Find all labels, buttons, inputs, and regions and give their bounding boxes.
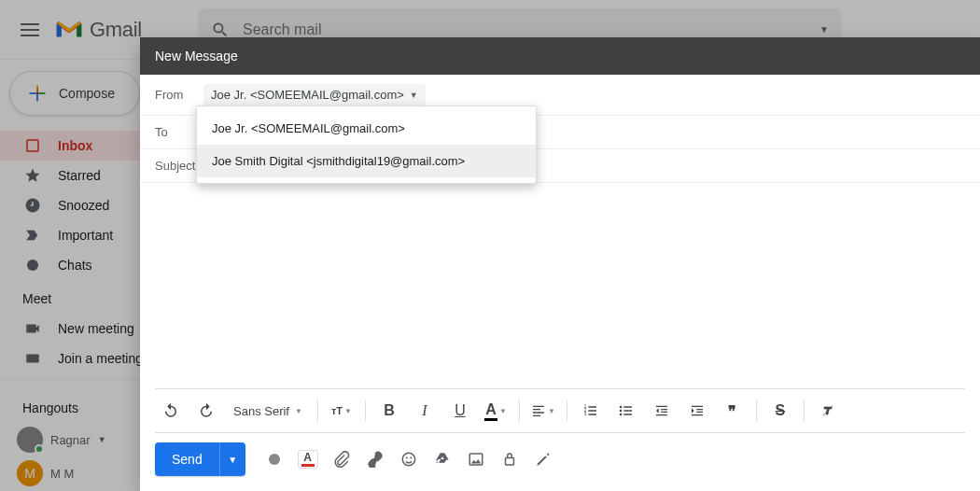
signature-button[interactable] bbox=[533, 449, 553, 470]
search-options-caret-icon[interactable]: ▼ bbox=[819, 24, 829, 35]
svg-point-10 bbox=[406, 457, 408, 459]
font-selector[interactable]: Sans Serif▼ bbox=[226, 397, 310, 425]
separator bbox=[804, 400, 805, 421]
image-icon bbox=[468, 451, 484, 468]
quote-icon: ❞ bbox=[728, 402, 736, 420]
text-color-icon: A bbox=[484, 401, 497, 421]
undo-button[interactable] bbox=[155, 397, 187, 425]
font-size-button[interactable]: тT▼ bbox=[326, 397, 357, 425]
compose-label: Compose bbox=[59, 86, 115, 101]
pen-icon bbox=[535, 451, 552, 468]
font-size-icon: тT bbox=[331, 405, 343, 416]
text-color-icon: A bbox=[298, 450, 318, 469]
svg-point-9 bbox=[402, 453, 415, 466]
compose-body[interactable] bbox=[140, 183, 980, 388]
svg-point-7 bbox=[620, 414, 623, 416]
send-options-button[interactable]: ▼ bbox=[219, 442, 245, 476]
from-value: Joe Jr. <SOMEEMAIL@gmail.com> bbox=[211, 88, 404, 102]
link-icon bbox=[367, 451, 384, 468]
align-icon bbox=[531, 403, 546, 418]
subject-label: Subject bbox=[155, 159, 196, 173]
clear-format-icon bbox=[820, 403, 835, 418]
separator bbox=[756, 400, 757, 421]
link-button[interactable] bbox=[365, 449, 385, 470]
separator bbox=[365, 400, 366, 421]
sidebar-item-label: Snoozed bbox=[58, 198, 109, 213]
presence-dot bbox=[35, 444, 44, 454]
separator bbox=[519, 400, 520, 421]
strikethrough-icon: S bbox=[776, 402, 786, 419]
redo-button[interactable] bbox=[190, 397, 222, 425]
sidebar-item-label: New meeting bbox=[58, 321, 134, 336]
numbered-list-button[interactable]: 123 bbox=[575, 397, 607, 425]
text-color-button[interactable]: A▼ bbox=[480, 397, 511, 425]
bullet-list-icon bbox=[619, 403, 634, 418]
from-label: From bbox=[155, 88, 196, 102]
formatting-button[interactable] bbox=[264, 449, 285, 470]
from-option[interactable]: Joe Smith Digital <jsmithdigital19@gmail… bbox=[197, 145, 536, 177]
hangouts-contact-name: M M bbox=[50, 467, 74, 481]
drive-icon bbox=[434, 451, 451, 468]
underline-button[interactable]: U bbox=[444, 397, 476, 425]
strikethrough-button[interactable]: S bbox=[764, 397, 796, 425]
important-icon bbox=[24, 227, 41, 244]
avatar: M bbox=[17, 460, 43, 486]
sidebar-item-label: Join a meeting bbox=[58, 351, 143, 366]
chat-icon bbox=[24, 257, 41, 274]
sidebar-item-label: Starred bbox=[58, 168, 101, 183]
emoji-button[interactable] bbox=[399, 449, 419, 470]
main-menu-icon[interactable] bbox=[7, 7, 52, 52]
keyboard-icon bbox=[24, 350, 41, 367]
search-icon bbox=[211, 21, 230, 39]
compose-title: New Message bbox=[140, 37, 980, 75]
confidential-button[interactable] bbox=[499, 449, 520, 470]
underline-icon: U bbox=[455, 402, 466, 419]
chevron-down-icon: ▼ bbox=[548, 407, 555, 415]
svg-point-6 bbox=[620, 410, 623, 413]
bold-icon: B bbox=[384, 402, 395, 419]
indent-more-button[interactable] bbox=[681, 397, 713, 425]
clock-icon bbox=[24, 197, 41, 214]
gmail-logo-icon bbox=[54, 19, 84, 41]
from-selector[interactable]: Joe Jr. <SOMEEMAIL@gmail.com> ▼ bbox=[203, 84, 426, 105]
search-input[interactable] bbox=[243, 21, 819, 38]
align-button[interactable]: ▼ bbox=[527, 397, 559, 425]
clear-format-button[interactable] bbox=[812, 397, 844, 425]
indent-less-icon bbox=[654, 403, 669, 418]
formatting-icon bbox=[266, 451, 283, 468]
gmail-logo: Gmail bbox=[54, 18, 142, 42]
compose-button[interactable]: Compose bbox=[9, 71, 140, 116]
attach-button[interactable] bbox=[331, 449, 352, 470]
bold-button[interactable]: B bbox=[373, 397, 405, 425]
text-color-action[interactable]: A bbox=[298, 449, 318, 470]
compose-actions: Send ▼ A bbox=[140, 442, 980, 491]
from-option[interactable]: Joe Jr. <SOMEEMAIL@gmail.com> bbox=[197, 112, 536, 145]
paperclip-icon bbox=[333, 451, 350, 468]
italic-button[interactable]: I bbox=[409, 397, 441, 425]
svg-point-5 bbox=[620, 406, 623, 409]
to-label: To bbox=[155, 125, 196, 139]
svg-rect-1 bbox=[26, 355, 39, 363]
indent-more-icon bbox=[690, 403, 705, 418]
italic-icon: I bbox=[422, 402, 427, 419]
avatar-initial: M bbox=[24, 466, 35, 481]
bullet-list-button[interactable] bbox=[610, 397, 642, 425]
svg-text:3: 3 bbox=[584, 412, 587, 416]
drive-button[interactable] bbox=[432, 449, 453, 470]
svg-point-11 bbox=[410, 457, 412, 459]
image-button[interactable] bbox=[466, 449, 486, 470]
quote-button[interactable]: ❞ bbox=[717, 397, 749, 425]
font-label: Sans Serif bbox=[233, 404, 289, 418]
send-button[interactable]: Send bbox=[155, 442, 219, 476]
chevron-down-icon: ▼ bbox=[410, 91, 418, 100]
indent-less-button[interactable] bbox=[646, 397, 678, 425]
chevron-down-icon[interactable]: ▼ bbox=[98, 435, 106, 444]
send-button-group: Send ▼ bbox=[155, 442, 245, 476]
undo-icon bbox=[162, 402, 179, 419]
sidebar-item-label: Chats bbox=[58, 258, 92, 273]
svg-point-8 bbox=[269, 454, 280, 465]
redo-icon bbox=[198, 402, 215, 419]
numbered-list-icon: 123 bbox=[583, 403, 598, 418]
sidebar-item-label: Inbox bbox=[58, 138, 92, 153]
separator bbox=[317, 400, 318, 421]
